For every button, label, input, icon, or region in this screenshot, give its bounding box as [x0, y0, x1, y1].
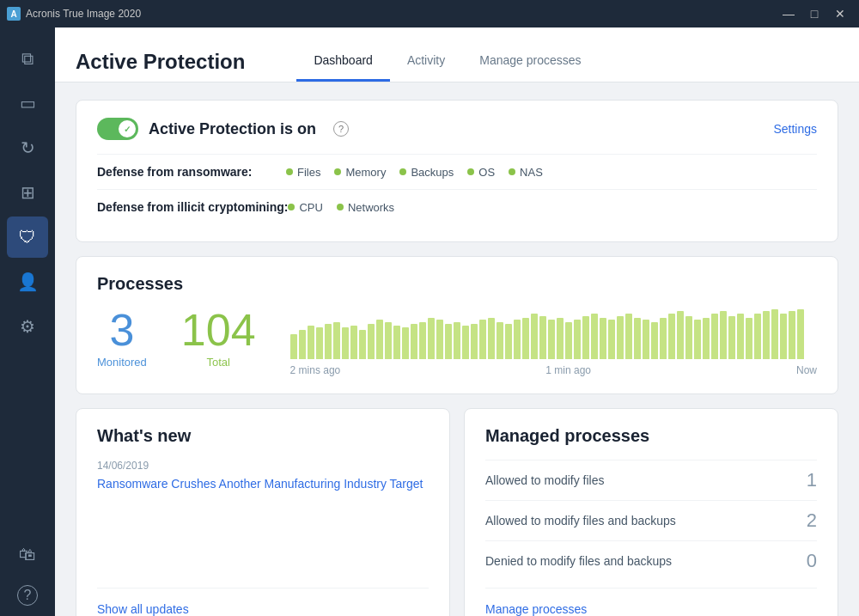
settings-icon: ⚙ — [20, 316, 35, 337]
titlebar: A Acronis True Image 2020 — □ ✕ — [0, 0, 859, 27]
info-icon[interactable]: ? — [333, 121, 349, 137]
chart-bar — [703, 318, 710, 359]
managed-value-3: 0 — [807, 550, 817, 572]
tag-os: OS — [467, 166, 495, 179]
manage-processes-link[interactable]: Manage processes — [485, 588, 817, 616]
monitored-count: 3 — [109, 308, 134, 352]
page-title: Active Protection — [76, 50, 245, 74]
page-header: Active Protection Dashboard Activity Man… — [55, 27, 859, 82]
sidebar-item-account[interactable]: 👤 — [7, 261, 48, 302]
dot-backups — [399, 168, 406, 175]
chart-bars — [290, 308, 817, 359]
managed-label-3: Denied to modify files and backups — [485, 554, 672, 568]
close-button[interactable]: ✕ — [828, 4, 852, 23]
sidebar: ⧉ ▭ ↻ ⊞ 🛡 👤 ⚙ 🛍 ? — [0, 27, 55, 616]
help-icon: ? — [17, 585, 38, 606]
tab-activity[interactable]: Activity — [390, 41, 462, 82]
processes-body: 3 Monitored 104 Total 2 mins ago 1 min a… — [97, 308, 817, 376]
chart-bar — [771, 309, 778, 359]
maximize-button[interactable]: □ — [802, 4, 826, 23]
chart-bar — [557, 318, 564, 359]
defense-ransomware-tags: Files Memory Backups OS NAS — [286, 166, 543, 179]
managed-value-2: 2 — [807, 509, 817, 532]
chart-bar — [720, 311, 727, 359]
chart-bar — [419, 322, 426, 360]
chart-bar — [411, 324, 417, 359]
chart-bar — [479, 320, 486, 359]
chart-bar — [608, 320, 615, 359]
protection-toggle[interactable]: ✓ — [97, 118, 138, 140]
sidebar-item-tools[interactable]: ⊞ — [7, 172, 48, 213]
content-area: ✓ Active Protection is on ? Settings Def… — [55, 82, 859, 616]
chart-bar — [445, 324, 452, 359]
managed-value-1: 1 — [807, 469, 817, 491]
tab-bar: Dashboard Activity Manage processes — [296, 41, 598, 82]
minimize-button[interactable]: — — [777, 4, 801, 23]
chart-bar — [428, 318, 435, 359]
chart-bar — [677, 311, 684, 359]
chart-bar — [290, 334, 297, 359]
sidebar-item-backup[interactable]: ▭ — [7, 82, 48, 124]
chart-bar — [694, 320, 701, 359]
chart-bar — [488, 318, 495, 359]
protection-icon: 🛡 — [19, 228, 36, 247]
sidebar-item-copy[interactable]: ⧉ — [7, 38, 48, 79]
backup-icon: ▭ — [20, 93, 36, 113]
chart-bar — [539, 316, 546, 359]
managed-label-2: Allowed to modify files and backups — [485, 514, 676, 528]
chart-bar — [582, 316, 589, 359]
check-icon: ✓ — [124, 125, 131, 134]
chart-bar — [634, 318, 641, 359]
chart-bar — [497, 322, 503, 360]
sync-icon: ↻ — [21, 137, 35, 158]
chart-labels: 2 mins ago 1 min ago Now — [290, 364, 817, 376]
toggle-knob: ✓ — [119, 120, 136, 137]
whats-new-card: What's new 14/06/2019 Ransomware Crushes… — [76, 408, 450, 616]
managed-row-2: Allowed to modify files and backups 2 — [485, 500, 817, 540]
chart-bar — [789, 311, 795, 359]
protection-header: ✓ Active Protection is on ? Settings — [97, 118, 817, 140]
chart-bar — [763, 311, 770, 359]
managed-processes-card: Managed processes Allowed to modify file… — [464, 408, 838, 616]
chart-bar — [462, 326, 469, 359]
chart-bar — [368, 324, 375, 359]
total-count: 104 — [181, 308, 256, 352]
chart-bar — [299, 330, 306, 359]
chart-bar — [393, 326, 400, 359]
chart-label-center: 1 min ago — [545, 364, 591, 376]
whats-new-title: What's new — [97, 426, 429, 446]
chart-bar — [643, 320, 649, 359]
chart-bar — [531, 314, 538, 359]
chart-bar — [342, 327, 349, 359]
processes-card: Processes 3 Monitored 104 Total 2 mins a… — [76, 256, 838, 394]
chart-bar — [780, 314, 787, 359]
managed-processes-title: Managed processes — [485, 426, 817, 446]
defense-ransomware-label: Defense from ransomware: — [97, 165, 286, 179]
tab-manage-processes[interactable]: Manage processes — [462, 41, 598, 82]
chart-bar — [600, 318, 606, 359]
sidebar-item-settings[interactable]: ⚙ — [7, 306, 48, 347]
dot-os — [467, 168, 474, 175]
store-icon: 🛍 — [19, 545, 36, 564]
dot-memory — [334, 168, 341, 175]
protection-status-text: Active Protection is on — [149, 120, 316, 138]
managed-label-1: Allowed to modify files — [485, 473, 605, 487]
sidebar-item-protection[interactable]: 🛡 — [7, 217, 48, 258]
monitored-stat: 3 Monitored — [97, 308, 147, 369]
sidebar-item-sync[interactable]: ↻ — [7, 127, 48, 168]
sidebar-item-store[interactable]: 🛍 — [7, 534, 48, 575]
settings-link[interactable]: Settings — [773, 122, 817, 136]
news-headline-link[interactable]: Ransomware Crushes Another Manufacturing… — [97, 475, 429, 493]
chart-bar — [548, 320, 555, 359]
tab-dashboard[interactable]: Dashboard — [296, 41, 390, 82]
chart-bar — [660, 318, 667, 359]
show-all-updates-link[interactable]: Show all updates — [97, 588, 429, 616]
chart-bar — [797, 309, 804, 359]
sidebar-item-help[interactable]: ? — [7, 575, 48, 616]
chart-bar — [402, 327, 409, 359]
defense-cryptomining-label: Defense from illicit cryptomining: — [97, 200, 288, 214]
tools-icon: ⊞ — [21, 182, 35, 203]
chart-bar — [333, 322, 340, 360]
chart-bar — [617, 316, 624, 359]
dot-cpu — [288, 204, 295, 210]
